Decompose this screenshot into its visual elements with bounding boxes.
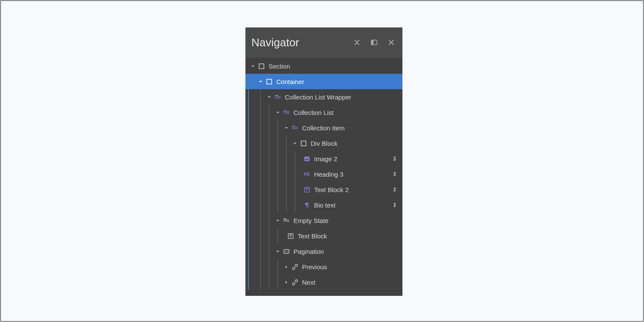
navigator-tree: Section Container (245, 57, 402, 290)
svg-point-16 (308, 157, 308, 158)
section-icon (257, 62, 265, 70)
svg-point-18 (284, 218, 286, 220)
tree-item-text-block-2[interactable]: Text Block 2 (245, 182, 402, 197)
svg-rect-13 (295, 128, 298, 129)
collapse-icon[interactable] (354, 39, 360, 46)
cms-bind-icon[interactable] (391, 202, 398, 208)
svg-rect-6 (278, 97, 281, 98)
container-icon (265, 78, 273, 85)
chevron-down-icon[interactable] (293, 141, 297, 146)
tree-item-pagination[interactable]: Pagination (245, 244, 402, 259)
empty-state-icon (282, 217, 290, 224)
tree-item-label: Bio text (314, 202, 336, 209)
close-icon[interactable] (388, 39, 395, 46)
tree-item-bio-text[interactable]: Bio text (245, 197, 402, 213)
tree-item-label: Pagination (293, 248, 324, 255)
link-icon (291, 263, 299, 271)
collection-list-icon (282, 108, 290, 116)
collection-icon (274, 93, 281, 101)
tree-item-collection-item[interactable]: Collection Item (245, 120, 402, 135)
header-icon-group (354, 39, 395, 46)
tree-item-heading-3[interactable]: H3 Heading 3 (245, 166, 402, 182)
panel-header: Navigator (245, 27, 402, 57)
dock-panel-icon[interactable] (371, 39, 378, 46)
chevron-down-icon[interactable] (275, 249, 280, 254)
svg-rect-8 (287, 111, 289, 111)
svg-point-11 (292, 126, 295, 127)
svg-point-23 (284, 251, 285, 252)
cms-bind-icon[interactable] (391, 186, 398, 193)
tree-item-div-block[interactable]: Div Block (245, 135, 402, 151)
svg-point-24 (286, 251, 287, 252)
svg-rect-5 (278, 96, 281, 96)
chevron-right-icon[interactable] (284, 264, 288, 269)
svg-point-25 (287, 251, 288, 252)
tree-item-label: Div Block (311, 140, 338, 147)
tree-item-collection-list-wrapper[interactable]: Collection List Wrapper (245, 89, 402, 105)
tree-item-label: Collection Item (302, 124, 345, 132)
tree-item-previous[interactable]: Previous (245, 259, 402, 274)
svg-point-7 (284, 110, 286, 111)
tree-item-container[interactable]: Container (245, 74, 402, 89)
tree-item-empty-state[interactable]: Empty State (245, 213, 402, 228)
tree-item-label: Section (269, 63, 290, 70)
svg-rect-19 (287, 220, 289, 220)
link-icon (291, 278, 299, 286)
image-icon (303, 155, 311, 163)
chevron-down-icon[interactable] (267, 94, 271, 99)
tree-item-image-2[interactable]: Image 2 (245, 151, 402, 166)
paragraph-icon (303, 201, 311, 209)
tree-item-label: Previous (302, 263, 327, 271)
tree-item-label: Text Block (298, 232, 327, 240)
svg-rect-1 (372, 40, 374, 45)
pagination-icon (282, 247, 290, 255)
heading-icon: H3 (303, 170, 311, 178)
svg-rect-3 (266, 79, 271, 84)
chevron-right-icon[interactable] (284, 280, 288, 285)
app-frame: Navigator (0, 0, 644, 322)
chevron-down-icon[interactable] (284, 125, 288, 130)
tree-item-label: Collection List Wrapper (285, 93, 351, 101)
panel-title: Navigator (251, 36, 354, 49)
svg-point-4 (275, 95, 278, 96)
svg-rect-14 (301, 141, 305, 145)
tree-item-text-block[interactable]: Text Block (245, 228, 402, 244)
svg-rect-12 (295, 127, 298, 127)
navigator-panel: Navigator (245, 27, 402, 296)
tree-item-next[interactable]: Next (245, 274, 402, 290)
tree-item-label: Empty State (293, 217, 329, 224)
svg-rect-15 (304, 156, 309, 161)
text-icon (303, 186, 311, 193)
svg-rect-2 (259, 63, 263, 68)
chevron-down-icon[interactable] (251, 63, 255, 69)
tree-item-label: Collection List (293, 109, 333, 116)
collection-item-icon (291, 124, 299, 132)
svg-rect-20 (287, 221, 289, 221)
tree-item-collection-list[interactable]: Collection List (245, 105, 402, 120)
cms-bind-icon[interactable] (391, 171, 398, 178)
chevron-down-icon[interactable] (275, 218, 280, 223)
svg-rect-9 (287, 112, 289, 112)
cms-bind-icon[interactable] (391, 155, 398, 162)
chevron-down-icon[interactable] (258, 79, 263, 84)
tree-item-label: Text Block 2 (314, 186, 349, 193)
chevron-down-icon[interactable] (275, 110, 280, 115)
tree-item-label: Heading 3 (314, 171, 343, 178)
svg-rect-10 (287, 113, 289, 114)
tree-item-label: Next (302, 279, 315, 286)
div-icon (299, 139, 307, 147)
tree-item-section[interactable]: Section (245, 58, 402, 74)
tree-item-label: Container (276, 78, 304, 85)
text-icon (287, 232, 294, 240)
tree-item-label: Image 2 (314, 155, 337, 163)
